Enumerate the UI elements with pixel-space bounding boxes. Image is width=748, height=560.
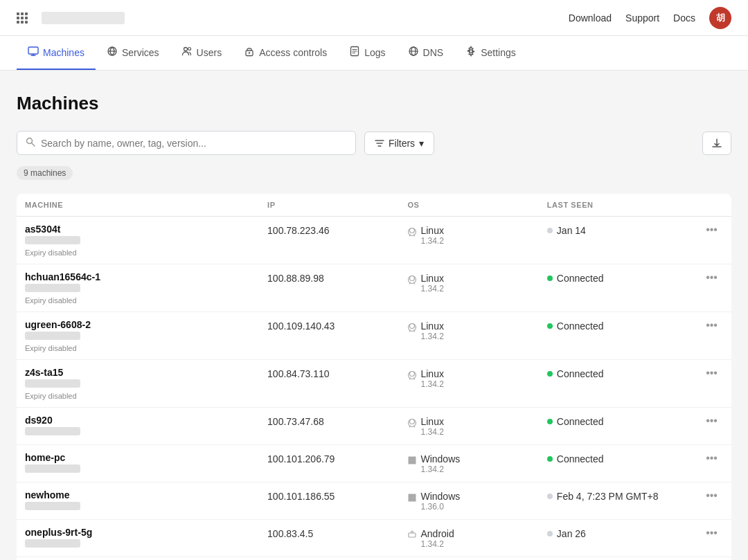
- expiry-label: Expiry disabled: [25, 249, 251, 257]
- svg-rect-36: [412, 498, 416, 502]
- tab-users[interactable]: Users: [170, 36, 233, 70]
- ip-cell: 100.101.206.79: [259, 445, 399, 482]
- main-content: Machines Filters ▾ 9 machi: [0, 71, 748, 560]
- row-menu-button[interactable]: •••: [700, 524, 723, 541]
- machine-cell: home-pc: [17, 445, 259, 482]
- svg-point-24: [409, 324, 416, 332]
- machine-name: ugreen-6608-2: [25, 319, 251, 330]
- row-menu-cell: •••: [692, 217, 731, 264]
- os-name: Linux: [420, 368, 443, 379]
- machine-cell: z4s-ta15Expiry disabled: [17, 360, 259, 408]
- machine-name: newhome: [25, 489, 251, 500]
- download-link[interactable]: Download: [569, 12, 612, 24]
- tab-dns-label: DNS: [423, 47, 444, 58]
- last-seen-cell: Connected: [539, 408, 692, 445]
- tab-machines[interactable]: Machines: [17, 36, 96, 70]
- machine-name: ds920: [25, 415, 251, 426]
- table-row: as5304tExpiry disabled100.78.223.46 Linu…: [17, 217, 731, 264]
- row-menu-button[interactable]: •••: [700, 364, 723, 381]
- ip-address: 100.83.4.5: [267, 527, 391, 539]
- tab-services[interactable]: Services: [96, 36, 170, 70]
- tab-settings[interactable]: Settings: [454, 36, 527, 70]
- row-menu-button[interactable]: •••: [700, 487, 723, 504]
- machine-tag: [25, 464, 80, 473]
- ip-address: 100.109.140.43: [267, 319, 391, 332]
- os-cell: Android 1.34.2: [399, 520, 538, 557]
- search-box[interactable]: [17, 131, 356, 155]
- os-name: Linux: [420, 416, 443, 427]
- last-seen-text: Connected: [557, 320, 604, 332]
- filters-button[interactable]: Filters ▾: [364, 132, 434, 155]
- col-last-seen: LAST SEEN: [539, 194, 692, 217]
- os-cell: Windows 1.34.2: [399, 445, 538, 482]
- os-name: Windows: [420, 491, 460, 502]
- os-icon: [407, 273, 417, 287]
- os-cell: Windows 1.36.0: [399, 482, 538, 520]
- tab-services-label: Services: [122, 47, 159, 58]
- machine-tag: [25, 379, 80, 388]
- logs-icon: [349, 46, 360, 59]
- ip-cell: 100.73.47.68: [259, 408, 399, 445]
- row-menu-button[interactable]: •••: [700, 316, 723, 334]
- support-link[interactable]: Support: [625, 12, 659, 24]
- tab-logs[interactable]: Logs: [338, 36, 396, 70]
- os-icon: [407, 491, 417, 505]
- machines-table: MACHINE IP OS LAST SEEN as5304tExpiry di…: [17, 194, 731, 560]
- row-menu-button[interactable]: •••: [700, 221, 723, 238]
- last-seen-text: Connected: [557, 453, 604, 464]
- svg-point-5: [184, 48, 187, 51]
- last-seen-cell: Feb 4, 7:23 PM GMT+8: [539, 482, 692, 520]
- machine-name: hchuan16564c-1: [25, 271, 251, 282]
- row-menu-cell: •••: [692, 482, 731, 520]
- filter-icon: [375, 138, 384, 148]
- os-icon: [407, 226, 417, 239]
- row-menu-button[interactable]: •••: [700, 269, 723, 286]
- ip-cell: 100.88.32.99: [259, 557, 399, 561]
- lock-icon: [244, 46, 255, 59]
- tab-access-controls-label: Access controls: [259, 47, 327, 58]
- expiry-label: Expiry disabled: [25, 344, 251, 352]
- table-row: hchuan16564c-1Expiry disabled100.88.89.9…: [17, 264, 731, 312]
- svg-point-16: [470, 50, 472, 53]
- status-dot: [547, 494, 553, 499]
- os-version: 1.34.2: [420, 539, 454, 549]
- os-name: Linux: [420, 225, 443, 236]
- tab-dns[interactable]: DNS: [397, 36, 455, 70]
- table-row: oneplus-9rt-5g100.83.4.5 Android 1.34.2 …: [17, 520, 731, 557]
- logo-placeholder: [42, 12, 125, 24]
- row-menu-button[interactable]: •••: [700, 449, 723, 467]
- svg-rect-33: [409, 494, 413, 498]
- os-version: 1.34.2: [420, 427, 443, 437]
- users-icon: [181, 46, 193, 59]
- toolbar: Filters ▾: [17, 131, 731, 155]
- topbar-right: Download Support Docs 胡: [569, 7, 731, 29]
- last-seen-text: Connected: [557, 368, 604, 379]
- machine-cell: hchuan16564c-1Expiry disabled: [17, 264, 259, 312]
- last-seen-text: Feb 4, 7:23 PM GMT+8: [557, 491, 659, 502]
- svg-rect-35: [409, 498, 413, 502]
- docs-link[interactable]: Docs: [673, 12, 695, 24]
- os-icon: [407, 417, 417, 430]
- tab-access-controls[interactable]: Access controls: [233, 36, 338, 70]
- svg-point-38: [411, 531, 413, 533]
- export-button[interactable]: [702, 132, 731, 155]
- col-os: OS: [399, 194, 538, 217]
- row-menu-button[interactable]: •••: [700, 412, 723, 429]
- os-version: 1.36.0: [420, 502, 460, 512]
- machine-name: home-pc: [25, 452, 251, 463]
- svg-point-22: [409, 276, 416, 284]
- search-input[interactable]: [41, 138, 347, 149]
- avatar[interactable]: 胡: [709, 7, 731, 29]
- grid-icon[interactable]: [17, 12, 28, 24]
- os-name: Android: [420, 528, 454, 539]
- ip-cell: 100.84.73.110: [259, 360, 399, 408]
- svg-point-8: [249, 52, 250, 53]
- machine-tag: [25, 284, 80, 292]
- last-seen-cell: Jan 18: [539, 557, 692, 561]
- os-cell: Linux 1.34.2: [399, 264, 538, 312]
- os-cell: Linux 1.34.2: [399, 312, 538, 360]
- table-row: z4s-ta15Expiry disabled100.84.73.110 Lin…: [17, 360, 731, 408]
- os-name: Linux: [420, 320, 443, 332]
- table-row: ugreen-6608-2Expiry disabled100.109.140.…: [17, 312, 731, 360]
- last-seen-text: Connected: [557, 416, 604, 427]
